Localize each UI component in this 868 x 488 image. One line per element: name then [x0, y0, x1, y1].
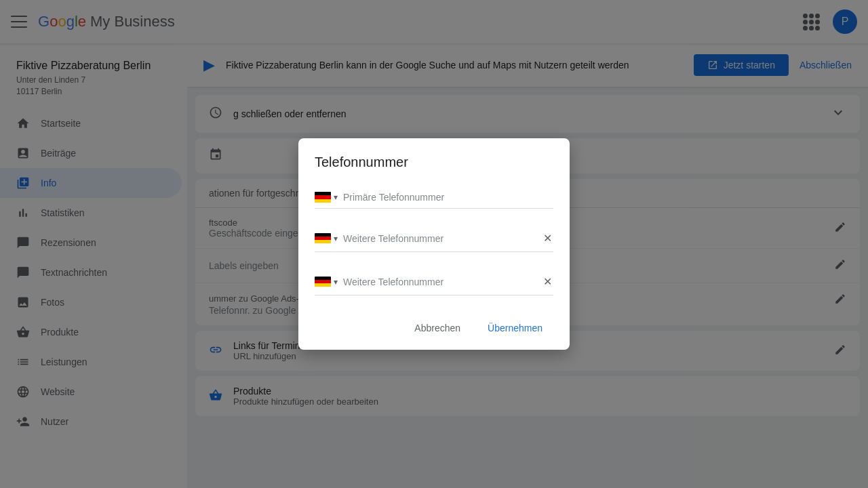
clear-secondary-2-button[interactable]: ✕ — [542, 274, 553, 289]
secondary2-country-selector[interactable]: ▾ — [315, 277, 338, 287]
germany-flag-3 — [315, 277, 331, 287]
germany-flag — [315, 192, 331, 203]
primary-phone-input[interactable] — [343, 192, 553, 203]
secondary-phone-field-1: ▾ ✕ — [315, 225, 553, 252]
telefonnummer-dialog: Telefonnummer ▾ ▾ — [298, 138, 570, 350]
secondary2-dropdown-arrow: ▾ — [334, 277, 338, 287]
secondary-phone-input-2[interactable] — [343, 277, 536, 287]
secondary1-country-selector[interactable]: ▾ — [315, 233, 338, 244]
secondary1-dropdown-arrow: ▾ — [334, 234, 338, 243]
modal-overlay: Telefonnummer ▾ ▾ — [0, 0, 868, 488]
primary-country-selector[interactable]: ▾ — [315, 192, 338, 203]
germany-flag-2 — [315, 233, 331, 244]
cancel-button[interactable]: Abbrechen — [403, 317, 471, 339]
secondary-phone-field-2: ▾ ✕ — [315, 268, 553, 296]
secondary-phone-input-1[interactable] — [343, 233, 536, 244]
dialog-actions: Abbrechen Übernehmen — [315, 312, 553, 339]
submit-button[interactable]: Übernehmen — [477, 317, 553, 339]
primary-phone-field: ▾ — [315, 186, 553, 209]
primary-dropdown-arrow: ▾ — [334, 192, 338, 202]
dialog-title: Telefonnummer — [315, 155, 553, 170]
clear-secondary-1-button[interactable]: ✕ — [542, 230, 553, 246]
